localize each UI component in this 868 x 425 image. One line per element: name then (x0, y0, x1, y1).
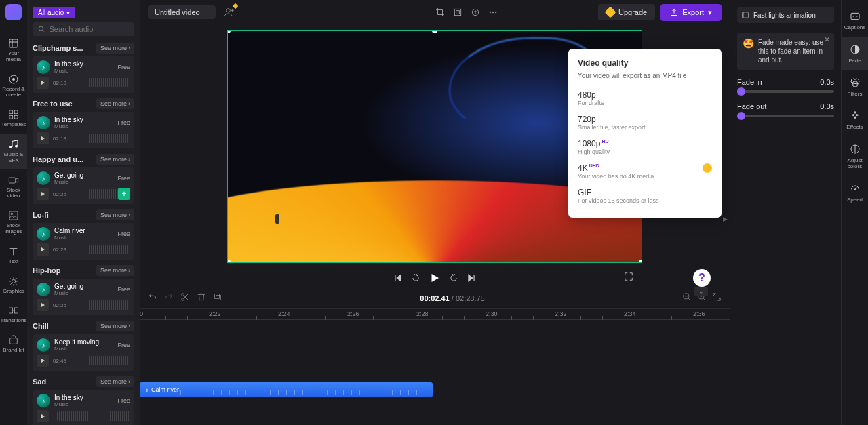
resize-handle-br[interactable] (639, 260, 642, 263)
track-play-button[interactable] (37, 132, 49, 144)
search-input[interactable] (50, 25, 129, 33)
tool-captions[interactable]: Captions (842, 4, 868, 37)
stockvideo-icon (8, 175, 19, 186)
skip-back-button[interactable] (393, 273, 403, 283)
audio-track[interactable]: In the skyMusicFree (33, 390, 134, 425)
track-play-button[interactable] (37, 243, 49, 256)
export-option[interactable]: 1080pHDHigh quality (578, 135, 712, 159)
adjust-icon (850, 144, 861, 155)
forward-button[interactable] (449, 273, 458, 283)
clip-indicator[interactable]: Fast lights animation (737, 7, 834, 23)
tool-speed[interactable]: Speed (842, 176, 868, 209)
timeline-tracks[interactable]: Calm river (140, 320, 730, 415)
export-button[interactable]: Export ▾ (660, 4, 722, 21)
track-play-button[interactable] (37, 188, 49, 200)
audio-search[interactable] (33, 22, 134, 36)
nav-brand-kit[interactable]: Brand kit (0, 329, 27, 359)
see-more-button[interactable]: See more › (96, 209, 134, 220)
pip-button[interactable] (468, 5, 483, 20)
export-option[interactable]: 4KUHDYour video has no 4K media (578, 159, 712, 184)
fit-timeline-button[interactable] (712, 292, 722, 304)
duplicate-button[interactable] (213, 292, 222, 304)
resize-handle-bl[interactable] (227, 260, 231, 263)
zoom-out-button[interactable] (682, 292, 692, 304)
nav-transitions[interactable]: Transitions (0, 300, 27, 329)
stockimg-icon (8, 210, 19, 221)
panel-drag-handle[interactable] (275, 214, 279, 224)
audio-track[interactable]: Get goingMusicFree02:25 (33, 279, 134, 315)
redo-button[interactable] (164, 292, 174, 304)
track-play-button[interactable] (37, 410, 49, 422)
fade-out-slider[interactable] (737, 115, 834, 117)
tool-filters[interactable]: Filters (842, 70, 868, 104)
nav-stock-video[interactable]: Stock video (0, 169, 27, 205)
see-more-button[interactable]: See more › (96, 376, 134, 387)
split-button[interactable] (180, 292, 190, 304)
svg-rect-3 (9, 110, 13, 114)
rewind-button[interactable] (411, 273, 420, 283)
help-button[interactable]: ? (693, 269, 711, 287)
audio-track[interactable]: In the skyMusicFree02:18 (33, 56, 134, 93)
popup-title: Video quality (578, 58, 712, 68)
audio-track[interactable]: Calm riverMusicFree02:28 (33, 223, 134, 260)
fade-icon (850, 44, 861, 55)
audio-track[interactable]: Keep it movingMusicFree02:45 (33, 334, 134, 371)
collaborate-button[interactable] (221, 4, 237, 20)
waveform (57, 411, 130, 421)
play-button[interactable] (429, 272, 441, 284)
track-play-button[interactable] (37, 299, 49, 311)
ruler-mark: 2:24 (278, 310, 290, 317)
skip-forward-button[interactable] (467, 273, 476, 283)
export-option[interactable]: 480pFor drafts (578, 86, 712, 110)
audio-clip[interactable]: Calm river (140, 382, 433, 397)
svg-rect-0 (9, 39, 18, 47)
ruler-mark: 2:30 (486, 310, 498, 317)
expand-timeline-button[interactable]: ⌄ (694, 287, 708, 296)
audio-filter-dropdown[interactable]: All audio ▾ (33, 7, 75, 18)
export-option[interactable]: GIFFor videos 15 seconds or less (578, 184, 712, 208)
nav-record-create[interactable]: Record & create (0, 68, 27, 104)
nav-graphics[interactable]: Graphics (0, 270, 27, 300)
track-play-button[interactable] (37, 77, 49, 89)
tool-fade[interactable]: Fade (842, 37, 868, 70)
tool-effects[interactable]: Effects (842, 104, 868, 137)
nav-music-sfx[interactable]: Music & SFX (0, 134, 27, 169)
delete-button[interactable] (197, 292, 206, 304)
see-more-button[interactable]: See more › (96, 98, 134, 109)
svg-rect-20 (456, 11, 460, 14)
timeline[interactable]: 02:222:242:262:282:302:322:342:36 Calm r… (140, 308, 730, 425)
tool-adjust-colors[interactable]: Adjust colors (842, 137, 868, 176)
undo-button[interactable] (148, 292, 157, 304)
nav-your-media[interactable]: Your media (0, 33, 27, 68)
add-track-button[interactable]: + (118, 188, 130, 200)
resize-handle-tm[interactable] (432, 30, 437, 33)
timeline-ruler[interactable]: 02:222:242:262:282:302:322:342:36 (140, 309, 730, 320)
nav-templates[interactable]: Templates (0, 104, 27, 134)
upgrade-button[interactable]: Upgrade (598, 4, 655, 20)
scroll-right-button[interactable]: ▶ (722, 214, 728, 224)
more-button[interactable] (486, 5, 500, 20)
app-logo[interactable] (5, 4, 22, 20)
see-more-button[interactable]: See more › (96, 321, 134, 331)
svg-point-12 (12, 279, 15, 283)
resize-handle-tl[interactable] (227, 30, 231, 33)
export-option[interactable]: 720pSmaller file, faster export (578, 110, 712, 135)
fade-in-slider[interactable] (737, 90, 834, 93)
tip-close-button[interactable]: ✕ (824, 35, 830, 44)
nav-rail: Your media Record & create Templates Mus… (0, 0, 27, 425)
option-subtitle: Smaller file, faster export (578, 124, 712, 131)
fit-button[interactable] (450, 5, 465, 20)
speed-icon (850, 183, 861, 194)
nav-text[interactable]: Text (0, 241, 27, 270)
crop-button[interactable] (433, 5, 448, 20)
fullscreen-button[interactable] (624, 272, 633, 284)
audio-track[interactable]: In the skyMusicFree02:18 (33, 112, 134, 148)
see-more-button[interactable]: See more › (96, 154, 134, 165)
nav-stock-images[interactable]: Stock images (0, 205, 27, 241)
project-title-input[interactable] (148, 5, 216, 19)
see-more-button[interactable]: See more › (96, 43, 134, 54)
templates-icon (8, 109, 19, 120)
track-play-button[interactable] (37, 355, 49, 367)
see-more-button[interactable]: See more › (96, 265, 134, 276)
audio-track[interactable]: Get goingMusicFree02:25+ (33, 167, 134, 204)
